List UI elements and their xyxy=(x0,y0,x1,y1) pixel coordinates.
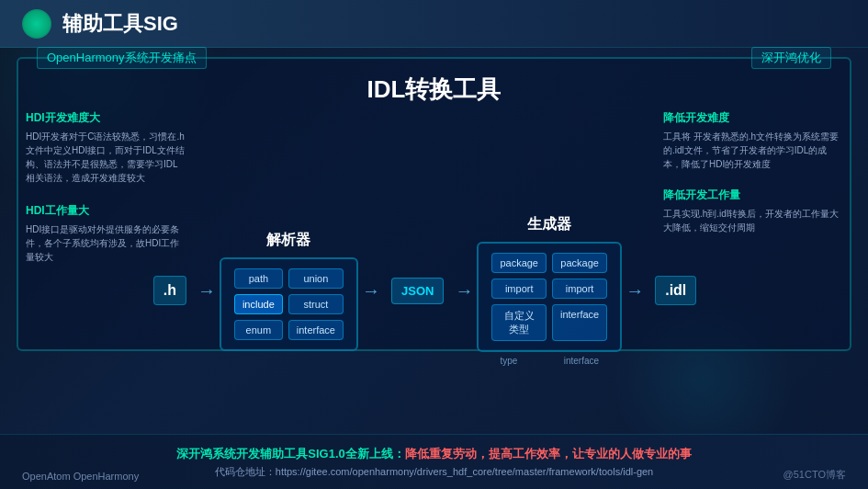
pain-title-1: HDI开发难度大 xyxy=(26,110,186,126)
gen-sub-interface: interface xyxy=(564,356,599,366)
generator-label: 生成器 xyxy=(527,215,571,234)
benefit-desc-1: 工具将 开发者熟悉的.h文件转换为系统需要的.idl文件，节省了开发者的学习ID… xyxy=(663,130,842,171)
generator-inner: package package import import 自定义类型 inte… xyxy=(477,242,622,352)
arrow-1: → xyxy=(197,280,216,301)
gen-sub: type interface xyxy=(477,356,622,366)
pain-desc-1: HDI开发者对于C语法较熟悉，习惯在.h文件中定义HDI接口，而对于IDL文件结… xyxy=(26,130,186,185)
footer-left: OpenAtom OpenHarmony xyxy=(22,471,139,482)
benefit-title-2: 降低开发工作量 xyxy=(663,188,842,203)
pain-title-2: HDI工作量大 xyxy=(26,203,186,219)
shk-label: 深开鸿优化 xyxy=(751,47,831,69)
parser-node-enum: enum xyxy=(234,320,283,340)
url-label: 代码仓地址： xyxy=(215,466,276,477)
slogan-prefix: 深开鸿系统开发辅助工具SIG1.0全新上线： xyxy=(176,447,404,461)
gen-sub-type: type xyxy=(501,356,518,366)
arrow-3: → xyxy=(455,280,473,301)
parser-node-interface: interface xyxy=(288,320,344,340)
arrow-2: → xyxy=(362,280,380,301)
parser-label: 解析器 xyxy=(266,231,310,250)
pain-item-2: HDI工作量大 HDI接口是驱动对外提供服务的必要条件，各个子系统均有涉及，故H… xyxy=(26,203,186,264)
center-diagram: .h → 解析器 path union include struct enum … xyxy=(184,92,666,489)
pain-item-1: HDI开发难度大 HDI开发者对于C语法较熟悉，习惯在.h文件中定义HDI接口，… xyxy=(26,110,186,185)
parser-node-union: union xyxy=(288,268,344,289)
gen-node-import2: import xyxy=(552,279,607,299)
right-panel: 降低开发难度 工具将 开发者熟悉的.h文件转换为系统需要的.idl文件，节省了开… xyxy=(663,110,842,251)
json-badge: JSON xyxy=(391,278,444,304)
gen-node-import1: import xyxy=(491,279,547,299)
gen-node-package1: package xyxy=(491,253,547,273)
parser-node-include: include xyxy=(234,294,283,314)
footer-right: @51CTO博客 xyxy=(783,468,846,482)
benefit-desc-2: 工具实现.h到.idl转换后，开发者的工作量大大降低，缩短交付周期 xyxy=(663,207,842,234)
parser-inner: path union include struct enum interface xyxy=(220,257,358,351)
parser-node-path: path xyxy=(234,268,283,289)
bottom-url: 代码仓地址：https://gitee.com/openharmony/driv… xyxy=(215,465,653,479)
left-panel: HDI开发难度大 HDI开发者对于C语法较熟悉，习惯在.h文件中定义HDI接口，… xyxy=(26,110,186,282)
generator-box: 生成器 package package import import 自定义类型 … xyxy=(477,215,622,366)
gen-node-package2: package xyxy=(552,253,607,273)
benefit-item-1: 降低开发难度 工具将 开发者熟悉的.h文件转换为系统需要的.idl文件，节省了开… xyxy=(663,110,842,171)
benefit-item-2: 降低开发工作量 工具实现.h到.idl转换后，开发者的工作量大大降低，缩短交付周… xyxy=(663,188,842,234)
title-bar: 辅助工具SIG xyxy=(0,0,868,48)
pain-desc-2: HDI接口是驱动对外提供服务的必要条件，各个子系统均有涉及，故HDI工作量较大 xyxy=(26,222,186,264)
page-title: 辅助工具SIG xyxy=(62,10,178,38)
gen-node-custom: 自定义类型 xyxy=(491,304,547,341)
input-badge: .h xyxy=(153,276,186,305)
title-dot xyxy=(22,9,51,39)
output-badge: .idl xyxy=(655,276,696,305)
oh-label: OpenHarmony系统开发痛点 xyxy=(37,47,207,69)
parser-box: 解析器 path union include struct enum inter… xyxy=(220,231,358,351)
url-value: https://gitee.com/openharmony/drivers_hd… xyxy=(276,466,653,477)
parser-node-struct: struct xyxy=(288,294,344,314)
benefit-title-1: 降低开发难度 xyxy=(663,110,842,126)
gen-node-interface: interface xyxy=(552,304,607,341)
arrow-4: → xyxy=(626,280,644,301)
bottom-slogan: 深开鸿系统开发辅助工具SIG1.0全新上线：降低重复劳动，提高工作效率，让专业的… xyxy=(176,446,691,462)
slogan-h1: 降低重复劳动，提高工作效率，让专业的人做专业的事 xyxy=(405,447,692,461)
